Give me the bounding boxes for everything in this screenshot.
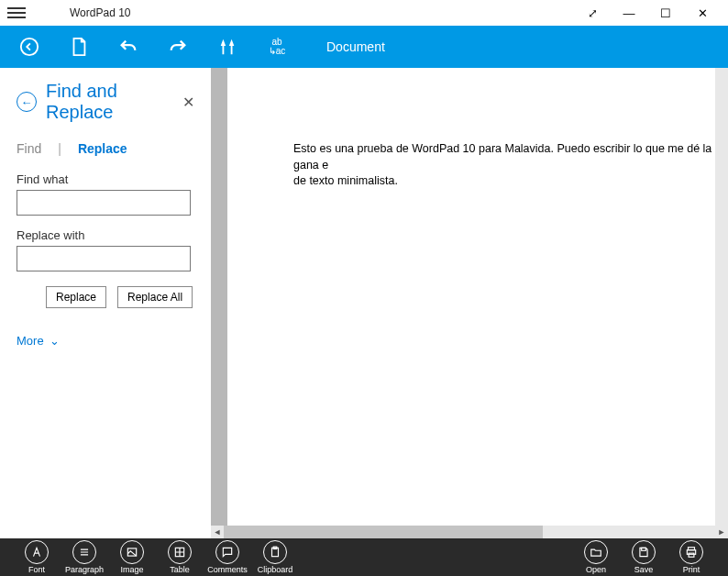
image-button[interactable]: Image [108, 540, 156, 574]
document-name[interactable]: Document [326, 39, 385, 54]
document-text-line: Esto es una prueba de WordPad 10 para Ma… [293, 141, 728, 173]
find-icon[interactable] [209, 26, 246, 68]
new-document-icon[interactable] [61, 26, 97, 68]
bottom-toolbar: Font Paragraph Image Table Comments Clip… [0, 538, 728, 576]
replace-with-input[interactable] [17, 246, 191, 271]
redo-icon[interactable] [160, 26, 196, 68]
find-replace-panel: ← Find and Replace ✕ Find | Replace Find… [0, 68, 211, 538]
document-text-line: de texto minimalista. [293, 173, 728, 190]
find-what-label: Find what [17, 172, 194, 186]
panel-close-icon[interactable]: ✕ [182, 94, 194, 111]
comments-button[interactable]: Comments [204, 540, 251, 574]
app-title: WordPad 10 [70, 6, 131, 19]
tab-replace[interactable]: Replace [78, 141, 127, 156]
panel-tabs: Find | Replace [17, 141, 194, 156]
replace-all-button[interactable]: Replace All [117, 286, 193, 308]
more-label: More [17, 334, 44, 348]
save-button[interactable]: Save [620, 540, 667, 574]
scroll-thumb[interactable] [224, 526, 543, 538]
more-options[interactable]: More ⌄ [17, 334, 194, 348]
scroll-left-icon[interactable]: ◄ [211, 526, 224, 538]
document-page[interactable]: Esto es una prueba de WordPad 10 para Ma… [227, 68, 728, 526]
print-button[interactable]: Print [667, 540, 715, 574]
toolbar: ab↳ac Document [0, 26, 728, 68]
undo-icon[interactable] [110, 26, 147, 68]
replace-icon[interactable]: ab↳ac [259, 26, 295, 68]
close-window-icon[interactable]: ✕ [684, 6, 721, 20]
expand-icon[interactable]: ⤢ [574, 6, 611, 20]
panel-back-icon[interactable]: ← [17, 92, 37, 112]
hamburger-menu-icon[interactable] [7, 7, 26, 18]
replace-with-label: Replace with [17, 228, 194, 242]
replace-button[interactable]: Replace [46, 286, 106, 308]
titlebar: WordPad 10 ⤢ — ☐ ✕ [0, 0, 728, 26]
back-button[interactable] [11, 26, 48, 68]
horizontal-scrollbar[interactable]: ◄ ► [211, 526, 728, 538]
paragraph-button[interactable]: Paragraph [61, 540, 108, 574]
maximize-icon[interactable]: ☐ [647, 6, 684, 20]
font-button[interactable]: Font [13, 540, 61, 574]
minimize-icon[interactable]: — [611, 6, 647, 20]
chevron-down-icon: ⌄ [50, 334, 60, 348]
scroll-right-icon[interactable]: ► [715, 526, 728, 538]
tab-find[interactable]: Find [17, 141, 41, 156]
svg-point-0 [21, 39, 38, 55]
document-area: Esto es una prueba de WordPad 10 para Ma… [211, 68, 728, 538]
open-button[interactable]: Open [572, 540, 620, 574]
panel-heading: Find and Replace [46, 81, 182, 123]
table-button[interactable]: Table [156, 540, 204, 574]
clipboard-button[interactable]: Clipboard [251, 540, 299, 574]
svg-rect-5 [642, 548, 646, 550]
find-what-input[interactable] [17, 190, 191, 216]
vertical-scrollbar[interactable] [715, 68, 728, 526]
